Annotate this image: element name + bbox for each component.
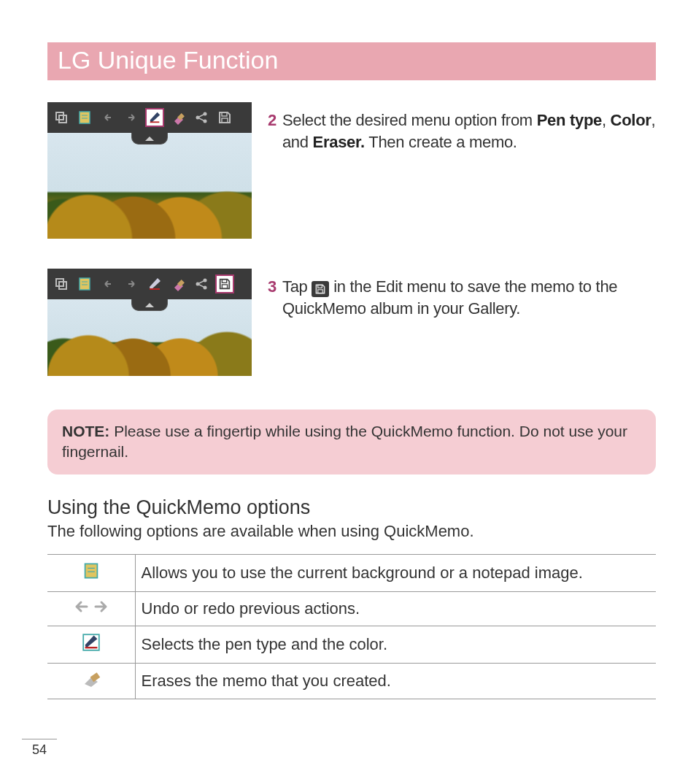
eraser-icon	[169, 108, 187, 127]
step-number-2: 2	[268, 109, 277, 153]
svg-line-29	[198, 284, 205, 288]
overlay-icon	[52, 108, 71, 127]
table-row: Allows you to use the current background…	[47, 554, 656, 591]
chapter-title: LG Unique Function	[47, 42, 656, 80]
notepad-icon	[75, 274, 94, 293]
undo-redo-icon	[47, 591, 135, 626]
svg-rect-30	[222, 280, 226, 283]
pen-icon	[47, 626, 135, 663]
note-label: NOTE:	[62, 423, 109, 439]
step-row-2: 2 Select the desired menu option from Pe…	[47, 102, 656, 254]
save-icon	[215, 108, 234, 127]
svg-line-28	[198, 280, 205, 284]
redo-icon	[122, 108, 141, 127]
undo-icon	[98, 274, 117, 293]
table-row: Erases the memo that you created.	[47, 663, 656, 699]
step-number-3: 3	[268, 276, 277, 319]
svg-rect-39	[85, 647, 97, 648]
option-desc: Undo or redo previous actions.	[135, 591, 656, 626]
step-row-3: 3 Tap in the Edit menu to save the memo …	[47, 269, 656, 389]
options-intro: The following options are available when…	[47, 522, 656, 541]
svg-line-12	[198, 114, 205, 118]
notepad-icon	[75, 108, 94, 127]
step-2-text: 2 Select the desired menu option from Pe…	[268, 102, 656, 153]
option-desc: Allows you to use the current background…	[135, 554, 656, 591]
toolbar-collapse-handle	[131, 299, 168, 311]
svg-line-13	[198, 118, 205, 121]
option-desc: Erases the memo that you created.	[135, 663, 656, 699]
share-icon	[192, 274, 211, 293]
eraser-icon	[169, 274, 187, 293]
step-3-text: 3 Tap in the Edit menu to save the memo …	[268, 269, 656, 319]
note-box: NOTE: Please use a fingertip while using…	[47, 410, 656, 474]
redo-icon	[122, 274, 141, 293]
pen-icon	[145, 108, 164, 127]
subheading-quickmemo-options: Using the QuickMemo options	[47, 496, 656, 519]
svg-rect-22	[150, 288, 160, 290]
step-3-text-after: in the Edit menu to save the memo to the…	[282, 277, 617, 318]
note-text: Please use a fingertip while using the Q…	[62, 423, 627, 460]
share-icon	[192, 108, 211, 127]
svg-rect-14	[222, 112, 227, 116]
screenshot-pen-highlight	[47, 102, 252, 254]
svg-marker-5	[150, 112, 161, 123]
table-row: Undo or redo previous actions.	[47, 591, 656, 626]
notepad-icon	[47, 554, 135, 591]
pen-icon	[145, 274, 164, 293]
save-icon	[215, 274, 234, 293]
svg-rect-6	[150, 121, 160, 123]
options-table: Allows you to use the current background…	[47, 554, 656, 699]
step-3-text-before: Tap	[282, 277, 312, 296]
svg-rect-2	[80, 112, 90, 123]
undo-icon	[98, 108, 117, 127]
svg-rect-34	[85, 564, 97, 577]
svg-rect-18	[80, 278, 90, 290]
svg-marker-21	[150, 278, 161, 290]
page-number: 54	[22, 739, 57, 758]
toolbar-collapse-handle	[131, 133, 168, 145]
option-desc: Selects the pen type and the color.	[135, 626, 656, 663]
overlay-icon	[52, 274, 71, 293]
screenshot-save-highlight	[47, 269, 252, 389]
eraser-icon	[47, 663, 135, 699]
quickmemo-toolbar	[47, 269, 252, 299]
table-row: Selects the pen type and the color.	[47, 626, 656, 663]
save-icon-inline	[312, 281, 329, 297]
background-photo-trees	[47, 133, 252, 239]
svg-rect-32	[318, 285, 322, 288]
quickmemo-toolbar	[47, 102, 252, 133]
